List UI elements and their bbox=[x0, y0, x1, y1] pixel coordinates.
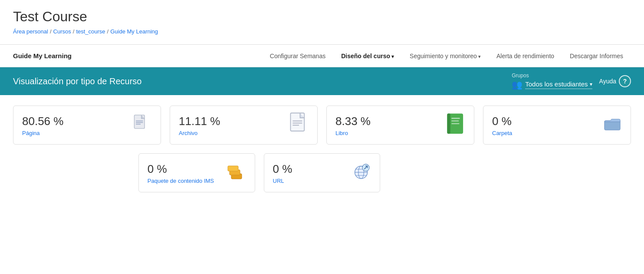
page-header: Test Course Área personal / Cursos / tes… bbox=[0, 0, 644, 39]
svg-rect-10 bbox=[451, 118, 460, 119]
cards-row-1: 80.56 % Página 11.11 % Archivo bbox=[13, 106, 631, 145]
nav-seguimiento-monitoreo[interactable]: Seguimiento y monitoreo bbox=[402, 46, 489, 66]
svg-rect-16 bbox=[228, 166, 238, 171]
card-libro: 8.33 % Libro bbox=[326, 106, 474, 145]
groups-value: Todos los estudiantes bbox=[525, 80, 588, 88]
nav-items: Configurar Semanas Diseño del curso Segu… bbox=[262, 46, 631, 66]
breadcrumb-sep-3: / bbox=[107, 28, 109, 35]
card-archivo: 11.11 % Archivo bbox=[170, 106, 318, 145]
card-archivo-label: Archivo bbox=[179, 130, 220, 136]
card-carpeta: 0 % Carpeta bbox=[483, 106, 631, 145]
card-pagina-value: 80.56 % bbox=[22, 115, 63, 128]
svg-rect-12 bbox=[451, 123, 459, 124]
card-url-label: URL bbox=[273, 178, 292, 184]
svg-rect-13 bbox=[605, 121, 620, 130]
plugin-nav-title: Guide My Learning bbox=[13, 52, 72, 59]
card-ims: 0 % Paquete de contenido IMS bbox=[138, 153, 255, 192]
ims-icon bbox=[227, 162, 246, 182]
libro-icon bbox=[446, 115, 465, 134]
card-pagina-label: Página bbox=[22, 130, 63, 136]
card-carpeta-label: Carpeta bbox=[492, 130, 512, 136]
groups-container: Grupos 👥 Todos los estudiantes ▾ bbox=[512, 73, 592, 90]
card-url-value: 0 % bbox=[273, 162, 292, 176]
card-libro-label: Libro bbox=[335, 130, 371, 136]
card-carpeta-value: 0 % bbox=[492, 115, 512, 128]
ayuda-label: Ayuda bbox=[599, 78, 616, 85]
breadcrumb-cursos[interactable]: Cursos bbox=[53, 28, 71, 35]
card-url: 0 % URL bbox=[264, 153, 381, 192]
help-button[interactable]: ? bbox=[619, 75, 631, 87]
page-title: Test Course bbox=[13, 9, 631, 25]
breadcrumb: Área personal / Cursos / test_course / G… bbox=[13, 28, 631, 35]
card-libro-text: 8.33 % Libro bbox=[335, 115, 371, 136]
groups-selector[interactable]: 👥 Todos los estudiantes ▾ bbox=[512, 79, 592, 90]
breadcrumb-area-personal[interactable]: Área personal bbox=[13, 28, 48, 35]
url-icon bbox=[352, 162, 371, 182]
breadcrumb-test-course[interactable]: test_course bbox=[76, 28, 105, 35]
svg-rect-11 bbox=[451, 120, 459, 121]
groups-dropdown[interactable]: Todos los estudiantes ▾ bbox=[525, 80, 592, 89]
svg-rect-9 bbox=[447, 114, 450, 134]
card-ims-text: 0 % Paquete de contenido IMS bbox=[148, 162, 214, 184]
card-archivo-text: 11.11 % Archivo bbox=[179, 115, 220, 136]
groups-label: Grupos bbox=[512, 73, 592, 79]
archivo-icon bbox=[289, 115, 309, 134]
card-ims-value: 0 % bbox=[148, 162, 214, 176]
card-pagina: 80.56 % Página bbox=[13, 106, 161, 145]
nav-diseno-del-curso[interactable]: Diseño del curso bbox=[333, 46, 402, 66]
card-url-text: 0 % URL bbox=[273, 162, 292, 184]
page-icon bbox=[133, 115, 152, 134]
nav-descargar-informes[interactable]: Descargar Informes bbox=[562, 46, 631, 66]
help-container: Ayuda ? bbox=[599, 75, 631, 87]
section-title: Visualización por tipo de Recurso bbox=[13, 76, 141, 86]
breadcrumb-guide-my-learning[interactable]: Guide My Learning bbox=[110, 28, 158, 35]
nav-configurar-semanas[interactable]: Configurar Semanas bbox=[262, 46, 333, 66]
section-header: Visualización por tipo de Recurso Grupos… bbox=[0, 67, 644, 95]
cards-row-2: 0 % Paquete de contenido IMS 0 % URL bbox=[13, 153, 631, 192]
card-libro-value: 8.33 % bbox=[335, 115, 371, 128]
breadcrumb-sep-2: / bbox=[73, 28, 75, 35]
card-ims-label: Paquete de contenido IMS bbox=[148, 178, 214, 184]
carpeta-icon bbox=[603, 115, 622, 134]
chevron-down-icon: ▾ bbox=[590, 81, 592, 87]
plugin-nav: Guide My Learning Configurar Semanas Dis… bbox=[0, 45, 644, 67]
card-archivo-value: 11.11 % bbox=[179, 115, 220, 128]
card-pagina-text: 80.56 % Página bbox=[22, 115, 63, 136]
cards-area: 80.56 % Página 11.11 % Archivo bbox=[0, 95, 644, 211]
breadcrumb-sep-1: / bbox=[50, 28, 52, 35]
groups-icon: 👥 bbox=[512, 79, 522, 90]
card-carpeta-text: 0 % Carpeta bbox=[492, 115, 512, 136]
nav-alerta-rendimiento[interactable]: Alerta de rendimiento bbox=[489, 46, 562, 66]
section-header-right: Grupos 👥 Todos los estudiantes ▾ Ayuda ? bbox=[512, 73, 631, 90]
